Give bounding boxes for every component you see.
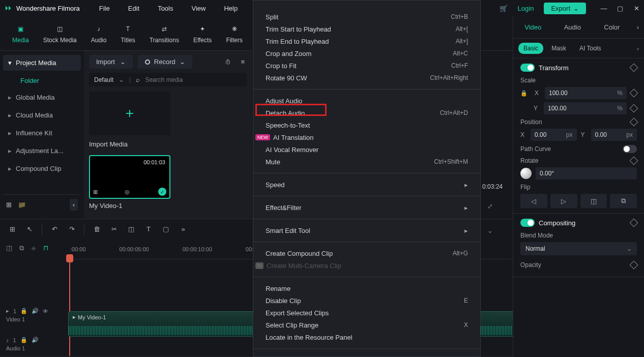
timeline-view-icon[interactable]: ◫ — [6, 244, 12, 252]
ctx-rotate-90[interactable]: Rotate 90 CWCtrl+Alt+Right — [253, 72, 480, 84]
sort-button[interactable]: Default — [94, 76, 113, 83]
transform-toggle[interactable] — [520, 64, 535, 72]
ctx-trim-start[interactable]: Trim Start to PlayheadAlt+[ — [253, 23, 480, 35]
login-button[interactable]: Login — [513, 3, 539, 14]
eye-icon[interactable]: 👁 — [43, 308, 48, 314]
path-curve-toggle[interactable] — [623, 145, 637, 153]
keyframe-icon[interactable] — [630, 261, 638, 270]
flip-v-button[interactable]: ▷ — [550, 194, 577, 208]
import-media-tile[interactable]: + — [89, 92, 170, 135]
marker-icon[interactable]: ◈ — [31, 244, 36, 252]
tab-transitions[interactable]: ⇄Transitions — [142, 20, 186, 47]
rtab-video[interactable]: Video — [513, 17, 553, 37]
crop-icon[interactable]: ◫ — [126, 225, 136, 233]
text-icon[interactable]: T — [143, 225, 154, 233]
ctx-rename[interactable]: Rename — [253, 282, 480, 294]
volume-icon[interactable]: 🔊 — [32, 337, 39, 343]
keyframe-icon[interactable] — [630, 89, 638, 98]
compositing-toggle[interactable] — [520, 219, 535, 227]
ctx-detach-audio[interactable]: Detach AudioCtrl+Alt+D — [253, 107, 480, 119]
tab-filters[interactable]: ❋Filters — [219, 20, 250, 47]
sidebar-header[interactable]: ▾Project Media — [3, 55, 81, 71]
lock-icon[interactable]: 🔒 — [20, 308, 27, 314]
ctx-speech-to-text[interactable]: Speech-to-Text — [253, 119, 480, 131]
sidebar-item-adjustment-layer[interactable]: ▸Adjustment La... — [3, 142, 81, 160]
volume-icon[interactable]: 🔊 — [32, 308, 39, 314]
ctx-locate-resource[interactable]: Locate in the Resource Panel — [253, 331, 480, 343]
ctx-disable-clip[interactable]: Disable ClipE — [253, 294, 480, 307]
folder-icon[interactable]: 📁 — [18, 201, 26, 209]
pos-x-input[interactable]: 0.00px — [531, 129, 577, 141]
rtab-audio[interactable]: Audio — [553, 17, 593, 37]
chevron-down-icon[interactable]: ⌄ — [487, 227, 493, 234]
scale-x-input[interactable]: 100.00% — [545, 87, 627, 99]
keyframe-icon[interactable] — [630, 118, 638, 127]
ctx-export-selected[interactable]: Export Selected Clips — [253, 307, 480, 319]
menu-view[interactable]: View — [187, 3, 210, 14]
flip-btn-4[interactable]: ⧉ — [610, 194, 637, 208]
link-icon[interactable]: 🔒 — [520, 90, 528, 97]
sidebar-item-compound-clip[interactable]: ▸Compound Clip — [3, 160, 81, 177]
sidebar-item-global-media[interactable]: ▸Global Media — [3, 88, 81, 106]
chevron-right-icon[interactable]: › — [637, 45, 639, 52]
ctx-adjust-audio[interactable]: Adjust Audio — [253, 95, 480, 107]
link-icon[interactable]: ⧉ — [19, 244, 24, 252]
tab-stock-media[interactable]: ◫Stock Media — [36, 20, 84, 47]
rsubtab-basic[interactable]: Basic — [518, 43, 543, 54]
ctx-crop-zoom[interactable]: Crop and ZoomAlt+C — [253, 47, 480, 60]
minimize-icon[interactable]: — — [600, 5, 607, 12]
scale-y-input[interactable]: 100.00% — [544, 102, 627, 114]
rotate-knob[interactable] — [520, 168, 532, 179]
layout-icon[interactable]: ⊞ — [7, 225, 17, 233]
ctx-select-range[interactable]: Select Clip RangeX — [253, 319, 480, 331]
menu-tools[interactable]: Tools — [154, 3, 177, 14]
pos-y-input[interactable]: 0.00px — [591, 129, 637, 141]
blend-mode-select[interactable]: Normal⌄ — [520, 242, 637, 255]
sidebar-item-cloud-media[interactable]: ▸Cloud Media — [3, 106, 81, 124]
ctx-split[interactable]: SplitCtrl+B — [253, 11, 480, 23]
keyframe-icon[interactable] — [630, 64, 638, 72]
tab-effects[interactable]: ✦Effects — [186, 20, 219, 47]
audio-track-row[interactable]: ♪1 🔒 🔊 — [0, 330, 66, 345]
delete-icon[interactable]: 🗑 — [92, 225, 102, 233]
ctx-ai-translation[interactable]: NEWAI Translation — [253, 131, 480, 143]
keyframe-icon[interactable] — [630, 157, 638, 165]
ctx-trim-end[interactable]: Trim End to PlayheadAlt+] — [253, 35, 480, 47]
menu-file[interactable]: File — [95, 3, 114, 14]
maximize-icon[interactable]: ▢ — [617, 5, 624, 12]
playhead[interactable] — [69, 259, 70, 356]
ctx-effect-filter[interactable]: Effect&Filter▸ — [253, 201, 480, 214]
close-icon[interactable]: ✕ — [633, 5, 640, 12]
magnet-icon[interactable]: ⊓ — [43, 244, 48, 252]
menu-edit[interactable]: Edit — [124, 3, 143, 14]
cursor-icon[interactable]: ↖ — [24, 225, 35, 233]
sidebar-folder[interactable]: Folder — [3, 71, 81, 88]
tab-media[interactable]: ▣Media — [5, 20, 36, 47]
rsubtab-ai-tools[interactable]: AI Tools — [574, 43, 606, 54]
rtab-color[interactable]: Color — [592, 17, 632, 37]
ctx-smart-edit[interactable]: Smart Edit Tool▸ — [253, 224, 480, 236]
sidebar-item-influence-kit[interactable]: ▸Influence Kit — [3, 124, 81, 142]
cart-icon[interactable]: 🛒 — [500, 5, 508, 12]
new-folder-icon[interactable]: ⊞ — [6, 201, 12, 209]
media-clip[interactable]: 00:01:03 ⊞ ◎ ✓ — [89, 155, 170, 199]
rsubtab-mask[interactable]: Mask — [546, 43, 571, 54]
ctx-speed[interactable]: Speed▸ — [253, 178, 480, 191]
rotate-input[interactable]: 0.00° — [536, 167, 637, 180]
filter-icon[interactable]: ⫛ — [223, 56, 233, 68]
search-input[interactable] — [145, 76, 242, 83]
menu-help[interactable]: Help — [220, 3, 242, 14]
collapse-sidebar-icon[interactable]: ‹ — [70, 199, 78, 211]
ctx-compound-clip[interactable]: Create Compound ClipAlt+G — [253, 247, 480, 259]
more-tools-icon[interactable]: » — [178, 225, 188, 233]
ctx-ai-vocal-remover[interactable]: AI Vocal Remover — [253, 143, 480, 156]
ctx-mute[interactable]: MuteCtrl+Shift+M — [253, 156, 480, 168]
keyframe-icon[interactable] — [630, 104, 638, 113]
redo-icon[interactable]: ↷ — [67, 225, 77, 233]
flip-btn-3[interactable]: ◫ — [580, 194, 607, 208]
video-track-row[interactable]: ▸1 🔒 🔊 👁 — [0, 301, 66, 316]
undo-icon[interactable]: ↶ — [49, 225, 60, 233]
ctx-crop-fit[interactable]: Crop to FitCtrl+F — [253, 60, 480, 72]
more-icon[interactable]: ≡ — [239, 56, 247, 68]
split-icon[interactable]: ✂ — [109, 225, 119, 233]
